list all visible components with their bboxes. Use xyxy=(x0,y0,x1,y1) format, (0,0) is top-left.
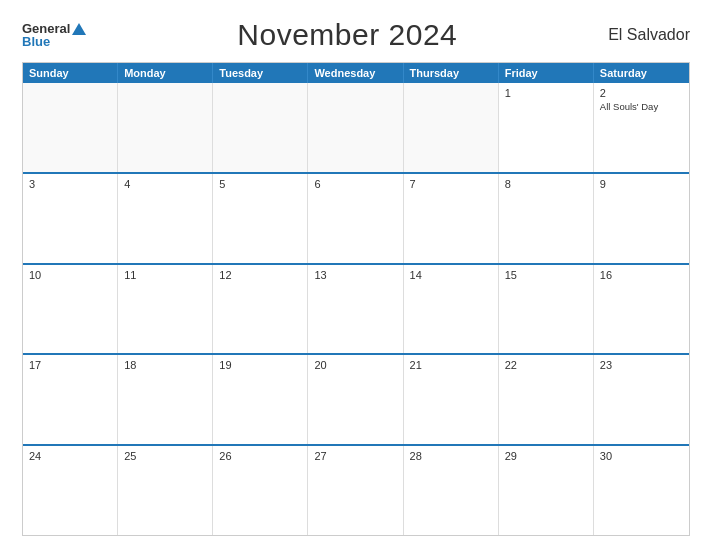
calendar-cell: 8 xyxy=(499,174,594,263)
calendar-header-cell: Saturday xyxy=(594,63,689,83)
calendar-cell xyxy=(23,83,118,172)
calendar-cell: 19 xyxy=(213,355,308,444)
calendar-cell xyxy=(404,83,499,172)
day-number: 14 xyxy=(410,269,492,281)
calendar-cell: 22 xyxy=(499,355,594,444)
holiday-name: All Souls' Day xyxy=(600,101,683,113)
day-number: 5 xyxy=(219,178,301,190)
calendar-cell: 3 xyxy=(23,174,118,263)
calendar-cell: 25 xyxy=(118,446,213,535)
calendar-cell: 12 xyxy=(213,265,308,354)
calendar-header: SundayMondayTuesdayWednesdayThursdayFrid… xyxy=(23,63,689,83)
day-number: 30 xyxy=(600,450,683,462)
calendar-week: 24252627282930 xyxy=(23,444,689,535)
logo-blue-text: Blue xyxy=(22,35,50,48)
calendar-week: 17181920212223 xyxy=(23,353,689,444)
day-number: 24 xyxy=(29,450,111,462)
day-number: 20 xyxy=(314,359,396,371)
day-number: 9 xyxy=(600,178,683,190)
day-number: 23 xyxy=(600,359,683,371)
calendar-cell: 29 xyxy=(499,446,594,535)
calendar-cell xyxy=(213,83,308,172)
calendar-cell: 13 xyxy=(308,265,403,354)
day-number: 13 xyxy=(314,269,396,281)
day-number: 19 xyxy=(219,359,301,371)
month-title: November 2024 xyxy=(237,18,457,52)
header: General Blue November 2024 El Salvador xyxy=(22,18,690,52)
day-number: 18 xyxy=(124,359,206,371)
day-number: 26 xyxy=(219,450,301,462)
calendar-cell: 21 xyxy=(404,355,499,444)
calendar-cell: 7 xyxy=(404,174,499,263)
day-number: 28 xyxy=(410,450,492,462)
day-number: 21 xyxy=(410,359,492,371)
day-number: 12 xyxy=(219,269,301,281)
logo-triangle-icon xyxy=(72,23,86,35)
calendar-cell: 15 xyxy=(499,265,594,354)
calendar-header-cell: Friday xyxy=(499,63,594,83)
day-number: 15 xyxy=(505,269,587,281)
day-number: 11 xyxy=(124,269,206,281)
day-number: 3 xyxy=(29,178,111,190)
calendar-header-cell: Thursday xyxy=(404,63,499,83)
calendar-cell: 2All Souls' Day xyxy=(594,83,689,172)
day-number: 22 xyxy=(505,359,587,371)
calendar-header-cell: Tuesday xyxy=(213,63,308,83)
calendar-cell: 10 xyxy=(23,265,118,354)
calendar: SundayMondayTuesdayWednesdayThursdayFrid… xyxy=(22,62,690,536)
calendar-cell: 23 xyxy=(594,355,689,444)
calendar-week: 10111213141516 xyxy=(23,263,689,354)
calendar-week: 12All Souls' Day xyxy=(23,83,689,172)
day-number: 16 xyxy=(600,269,683,281)
day-number: 7 xyxy=(410,178,492,190)
calendar-header-cell: Wednesday xyxy=(308,63,403,83)
calendar-body: 12All Souls' Day345678910111213141516171… xyxy=(23,83,689,535)
country-label: El Salvador xyxy=(608,26,690,44)
calendar-cell: 17 xyxy=(23,355,118,444)
calendar-cell: 16 xyxy=(594,265,689,354)
day-number: 10 xyxy=(29,269,111,281)
day-number: 29 xyxy=(505,450,587,462)
day-number: 27 xyxy=(314,450,396,462)
day-number: 2 xyxy=(600,87,683,99)
calendar-cell: 18 xyxy=(118,355,213,444)
calendar-cell: 9 xyxy=(594,174,689,263)
calendar-header-cell: Monday xyxy=(118,63,213,83)
day-number: 6 xyxy=(314,178,396,190)
calendar-cell: 14 xyxy=(404,265,499,354)
day-number: 4 xyxy=(124,178,206,190)
calendar-cell: 24 xyxy=(23,446,118,535)
page: General Blue November 2024 El Salvador S… xyxy=(0,0,712,550)
day-number: 1 xyxy=(505,87,587,99)
day-number: 25 xyxy=(124,450,206,462)
calendar-cell: 30 xyxy=(594,446,689,535)
day-number: 17 xyxy=(29,359,111,371)
calendar-cell: 4 xyxy=(118,174,213,263)
calendar-cell: 11 xyxy=(118,265,213,354)
calendar-cell: 1 xyxy=(499,83,594,172)
calendar-week: 3456789 xyxy=(23,172,689,263)
calendar-cell: 6 xyxy=(308,174,403,263)
calendar-header-cell: Sunday xyxy=(23,63,118,83)
calendar-cell xyxy=(118,83,213,172)
calendar-cell: 20 xyxy=(308,355,403,444)
day-number: 8 xyxy=(505,178,587,190)
logo: General Blue xyxy=(22,22,86,48)
calendar-cell: 26 xyxy=(213,446,308,535)
calendar-cell xyxy=(308,83,403,172)
calendar-cell: 5 xyxy=(213,174,308,263)
calendar-cell: 27 xyxy=(308,446,403,535)
calendar-cell: 28 xyxy=(404,446,499,535)
